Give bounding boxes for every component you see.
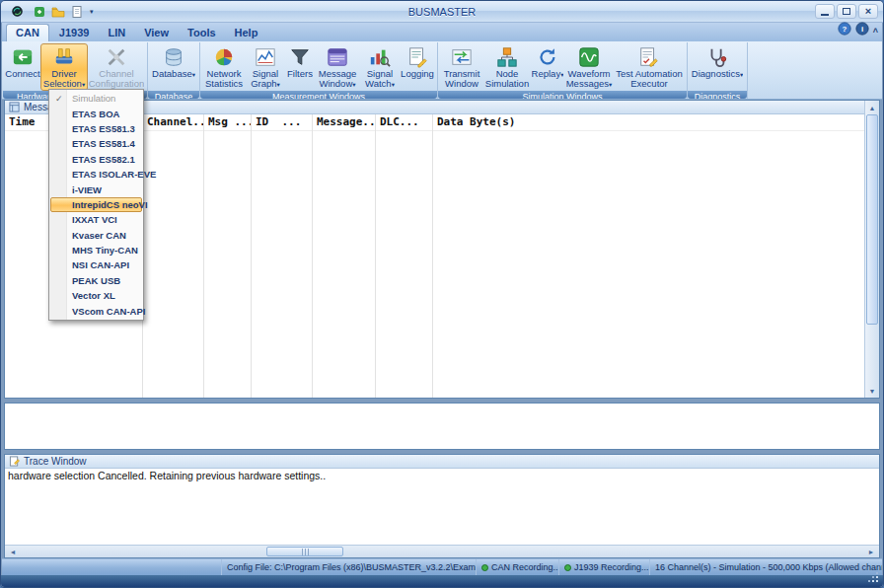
column-header-id[interactable]: ID ...	[252, 114, 312, 131]
dropdown-caret-icon: ▾	[609, 81, 612, 88]
j1939-recording-label: J1939 Recording...	[574, 562, 649, 572]
connect-icon	[12, 46, 34, 68]
quick-access-toolbar: ▾	[32, 4, 96, 20]
menu-item-etas-es582-1[interactable]: ETAS ES582.1	[50, 152, 142, 167]
tab-view[interactable]: View	[135, 25, 178, 41]
menu-item-etas-es581-3[interactable]: ETAS ES581.3	[50, 121, 142, 136]
scroll-right-icon[interactable]: ►	[864, 549, 878, 555]
tab-tools[interactable]: Tools	[179, 25, 225, 41]
column-header-msg[interactable]: Msg ...	[204, 114, 251, 131]
menu-item-label: NSI CAN-API	[72, 259, 129, 270]
trace-window-titlebar[interactable]: Trace Window	[5, 455, 879, 469]
diagnostics-label: Diagnostics	[692, 69, 740, 79]
group-label-database: Database	[148, 91, 199, 99]
menu-item-label: Simulation	[72, 93, 115, 104]
resize-grip[interactable]	[876, 580, 878, 582]
tab-lin[interactable]: LIN	[99, 25, 134, 41]
window-bottom-frame	[1, 575, 883, 587]
database-button[interactable]: Database▾	[150, 43, 197, 91]
menu-item-vector-xl[interactable]: Vector XL	[50, 288, 142, 303]
driver-selection-button[interactable]: Driver Selection▾	[40, 43, 88, 91]
message-window-icon	[327, 46, 348, 68]
network-statistics-button[interactable]: Network Statistics	[202, 43, 246, 91]
node-simulation-icon	[496, 46, 518, 68]
menu-item-peak-usb[interactable]: PEAK USB	[50, 273, 142, 288]
help-icon[interactable]: ?	[838, 22, 851, 39]
replay-icon	[537, 46, 558, 68]
diagnostics-button[interactable]: Diagnostics▾	[690, 43, 745, 91]
transmit-window-button[interactable]: Transmit Window	[440, 43, 483, 91]
title-bar: ▾ BUSMASTER ×	[1, 1, 883, 23]
trace-window-title: Trace Window	[24, 456, 87, 467]
scroll-up-icon[interactable]: ▲	[865, 101, 879, 114]
new-file-icon[interactable]	[32, 4, 47, 20]
column-message: Message...	[313, 114, 376, 398]
column-data-bytes: Data Byte(s)	[433, 114, 864, 398]
column-header-message[interactable]: Message...	[313, 114, 375, 131]
replay-button[interactable]: Replay▾	[531, 43, 564, 91]
close-button[interactable]: ×	[858, 4, 878, 19]
column-header-dlc[interactable]: DLC...	[376, 114, 432, 131]
menu-item-etas-boa[interactable]: ETAS BOA	[50, 106, 142, 120]
trace-log: hardware selection Cancelled. Retaining …	[5, 469, 879, 545]
test-automation-executor-button[interactable]: Test Automation Executor	[614, 43, 685, 91]
trace-horizontal-scrollbar[interactable]: ◄ ►	[5, 545, 879, 557]
filters-button[interactable]: Filters	[285, 43, 315, 91]
channel-configuration-button[interactable]: Channel Configuration	[88, 43, 145, 91]
save-file-icon[interactable]	[69, 4, 85, 20]
maximize-button[interactable]	[837, 4, 856, 19]
filters-icon	[289, 46, 311, 68]
menu-item-kvaser-can[interactable]: Kvaser CAN	[50, 228, 142, 243]
status-can-recording[interactable]: CAN Recording...	[476, 559, 558, 575]
scroll-left-icon[interactable]: ◄	[6, 549, 20, 555]
qat-customize-caret-icon[interactable]: ▾	[88, 8, 96, 16]
open-file-icon[interactable]	[50, 4, 66, 20]
group-label-simulation-windows: Simulation Windows	[438, 91, 687, 99]
dropdown-caret-icon: ▾	[192, 71, 195, 78]
logging-label: Logging	[401, 69, 434, 79]
waveform-messages-button[interactable]: Waveform Messages▾	[564, 43, 614, 91]
vertical-scrollbar-thumb[interactable]	[866, 114, 878, 325]
diagnostics-icon	[706, 46, 728, 68]
column-header-channel[interactable]: Channel...	[143, 114, 203, 131]
status-j1939-recording[interactable]: J1939 Recording...	[558, 559, 649, 575]
signal-graph-button[interactable]: Signal Graph▾	[246, 43, 285, 91]
logging-icon	[406, 46, 428, 68]
menu-item-ixxat-vci[interactable]: IXXAT VCI	[50, 212, 142, 227]
database-icon	[163, 46, 184, 68]
connect-button[interactable]: Connect	[5, 43, 40, 91]
about-icon[interactable]: i	[855, 22, 869, 39]
tab-can[interactable]: CAN	[6, 24, 49, 41]
horizontal-scrollbar-thumb[interactable]	[266, 547, 343, 556]
tab-j1939[interactable]: J1939	[50, 25, 99, 41]
j1939-recording-status-icon	[564, 564, 571, 571]
column-header-data-bytes[interactable]: Data Byte(s)	[433, 114, 864, 131]
ribbon-collapse-icon[interactable]: ˄	[873, 26, 878, 36]
signal-watch-button[interactable]: Signal Watch▾	[360, 43, 400, 91]
menu-item-label: ETAS ES581.4	[72, 138, 135, 149]
tab-help[interactable]: Help	[226, 25, 267, 41]
channel-configuration-label: Channel Configuration	[89, 69, 145, 89]
scrollbar-track[interactable]	[865, 325, 879, 384]
menu-item-vscom-can-api[interactable]: VScom CAN-API	[50, 303, 142, 318]
menu-item-label: ETAS ES582.1	[72, 154, 135, 165]
menu-item-label: ETAS BOA	[72, 109, 119, 119]
menu-item-label: Kvaser CAN	[72, 230, 126, 241]
menu-item-nsi-can-api[interactable]: NSI CAN-API	[50, 257, 142, 272]
logging-button[interactable]: Logging	[400, 43, 435, 91]
network-statistics-label: Network Statistics	[205, 69, 243, 89]
message-window-button[interactable]: Message Window▾	[315, 43, 360, 91]
menu-item-etas-isolar-eve[interactable]: ETAS ISOLAR-EVE	[50, 167, 142, 182]
menu-item-mhs-tiny-can[interactable]: MHS Tiny-CAN	[50, 243, 142, 257]
waveform-messages-label: Waveform Messages	[566, 69, 611, 89]
menu-item-simulation[interactable]: ✓ Simulation	[50, 91, 142, 106]
menu-item-etas-es581-4[interactable]: ETAS ES581.4	[50, 136, 142, 151]
node-simulation-button[interactable]: Node Simulation	[483, 43, 531, 91]
minimize-button[interactable]	[815, 4, 835, 19]
test-automation-executor-icon	[638, 46, 660, 68]
menu-item-i-view[interactable]: i-VIEW	[50, 182, 142, 196]
message-window-vertical-scrollbar[interactable]: ▲ ▼	[864, 101, 879, 398]
scroll-down-icon[interactable]: ▼	[865, 384, 879, 398]
menu-item-intrepidcs-neovi[interactable]: IntrepidCS neoVI	[50, 197, 142, 212]
menu-item-label: MHS Tiny-CAN	[72, 245, 138, 256]
